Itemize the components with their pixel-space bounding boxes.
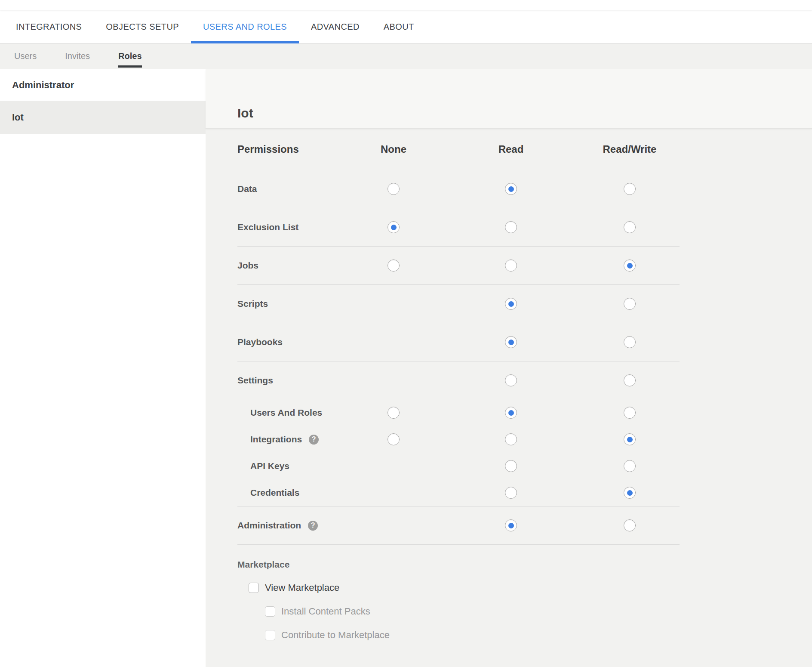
help-icon[interactable]: ? — [308, 521, 318, 531]
tab-integrations[interactable]: INTEGRATIONS — [4, 10, 94, 43]
tab-users-and-roles[interactable]: USERS AND ROLES — [191, 10, 299, 43]
radio-read-unselected[interactable] — [505, 374, 517, 386]
radio-read-unselected[interactable] — [505, 433, 517, 445]
radio-dot — [391, 225, 397, 230]
radio-read-unselected[interactable] — [505, 259, 517, 272]
permission-cell-read — [505, 487, 517, 499]
permission-label-text: API Keys — [250, 461, 289, 471]
tab-advanced[interactable]: ADVANCED — [299, 10, 372, 43]
radio-read-unselected[interactable] — [505, 487, 517, 499]
radio-dot — [508, 186, 514, 192]
subtab-users[interactable]: Users — [0, 43, 51, 69]
permission-cell-read_write — [624, 374, 636, 386]
permission-cell-read_write — [624, 183, 636, 195]
radio-read_write-unselected[interactable] — [624, 407, 636, 419]
radio-read-selected[interactable] — [505, 336, 517, 348]
marketplace-checkboxes: View MarketplaceInstall Content PacksCon… — [237, 582, 812, 641]
permission-label: Playbooks — [237, 337, 345, 347]
checkbox-label: Install Content Packs — [281, 606, 370, 617]
permission-label: API Keys — [237, 461, 345, 471]
permission-label-text: Integrations — [250, 434, 302, 445]
permission-label-text: Data — [237, 184, 257, 194]
permission-cell-none — [388, 183, 400, 195]
column-header-read: Read — [498, 143, 524, 155]
radio-dot — [627, 437, 633, 442]
radio-read_write-unselected[interactable] — [624, 519, 636, 531]
radio-read-selected[interactable] — [505, 298, 517, 310]
permission-row: Scripts — [237, 285, 680, 323]
radio-read-unselected[interactable] — [505, 460, 517, 472]
permission-cell-read_write — [624, 221, 636, 233]
role-item-iot[interactable]: Iot — [0, 101, 206, 134]
permission-label: Exclusion List — [237, 222, 345, 232]
permission-cell-read_write — [624, 298, 636, 310]
radio-read_write-unselected[interactable] — [624, 460, 636, 472]
permission-cell-none — [388, 433, 400, 445]
radio-read-selected[interactable] — [505, 183, 517, 195]
permission-cell-read_write — [624, 407, 636, 419]
permission-label-text: Administration — [237, 520, 301, 531]
help-icon[interactable]: ? — [309, 435, 319, 445]
permission-cell-read — [505, 460, 517, 472]
marketplace-section-label: Marketplace — [237, 559, 812, 570]
radio-read_write-unselected[interactable] — [624, 336, 636, 348]
users-roles-subtabs: UsersInvitesRoles — [0, 43, 812, 69]
permission-label: Jobs — [237, 260, 345, 271]
permission-label: Integrations? — [237, 434, 345, 445]
permission-cell-read — [505, 519, 517, 531]
radio-none-selected[interactable] — [388, 221, 400, 233]
radio-read_write-unselected[interactable] — [624, 183, 636, 195]
checkbox-unchecked[interactable] — [265, 630, 275, 640]
permission-row: API Keys — [237, 453, 680, 479]
permission-label: Administration? — [237, 520, 345, 531]
radio-read-selected[interactable] — [505, 407, 517, 419]
permission-label: Scripts — [237, 299, 345, 309]
permission-cell-read_write — [624, 519, 636, 531]
roles-list-sidebar: AdministratorIot — [0, 69, 206, 667]
tab-about[interactable]: ABOUT — [372, 10, 426, 43]
radio-dot — [508, 410, 514, 416]
permission-row: Credentials — [237, 479, 680, 506]
permission-cell-none — [388, 221, 400, 233]
permission-cell-read — [505, 259, 517, 272]
radio-read_write-unselected[interactable] — [624, 221, 636, 233]
subtab-invites[interactable]: Invites — [51, 43, 104, 69]
radio-read_write-selected[interactable] — [624, 259, 636, 272]
permission-row: Jobs — [237, 247, 680, 285]
checkbox-unchecked[interactable] — [249, 583, 259, 593]
subtab-roles[interactable]: Roles — [104, 43, 156, 69]
permission-label: Credentials — [237, 488, 345, 498]
radio-read_write-selected[interactable] — [624, 433, 636, 445]
radio-read-selected[interactable] — [505, 519, 517, 531]
checkbox-label[interactable]: View Marketplace — [265, 582, 339, 593]
permission-row: Exclusion List — [237, 208, 680, 247]
permission-cell-read — [505, 407, 517, 419]
radio-read_write-unselected[interactable] — [624, 298, 636, 310]
marketplace-option-row: Contribute to Marketplace — [237, 630, 812, 641]
permissions-header-row: Permissions None Read Read/Write — [237, 129, 680, 170]
radio-read_write-unselected[interactable] — [624, 374, 636, 386]
radio-read-unselected[interactable] — [505, 221, 517, 233]
permissions-rows: DataExclusion ListJobsScriptsPlaybooksSe… — [237, 170, 680, 545]
main-nav-tabs: INTEGRATIONSOBJECTS SETUPUSERS AND ROLES… — [0, 10, 812, 43]
radio-read_write-selected[interactable] — [624, 487, 636, 499]
radio-dot — [508, 340, 514, 345]
permission-row: Users And Roles — [237, 399, 680, 426]
permission-row: Playbooks — [237, 323, 680, 361]
permission-label: Users And Roles — [237, 408, 345, 418]
permission-cell-read — [505, 183, 517, 195]
permission-cell-none — [388, 407, 400, 419]
radio-none-unselected[interactable] — [388, 433, 400, 445]
permission-cell-read — [505, 433, 517, 445]
radio-none-unselected[interactable] — [388, 183, 400, 195]
radio-none-unselected[interactable] — [388, 407, 400, 419]
permission-cell-read_write — [624, 460, 636, 472]
permission-label-text: Exclusion List — [237, 222, 298, 232]
role-item-administrator[interactable]: Administrator — [0, 69, 206, 101]
checkbox-unchecked[interactable] — [265, 606, 275, 617]
tab-objects-setup[interactable]: OBJECTS SETUP — [94, 10, 191, 43]
radio-none-unselected[interactable] — [388, 259, 400, 272]
permission-cell-read — [505, 221, 517, 233]
permission-label-text: Jobs — [237, 260, 258, 271]
permission-cell-read — [505, 374, 517, 386]
